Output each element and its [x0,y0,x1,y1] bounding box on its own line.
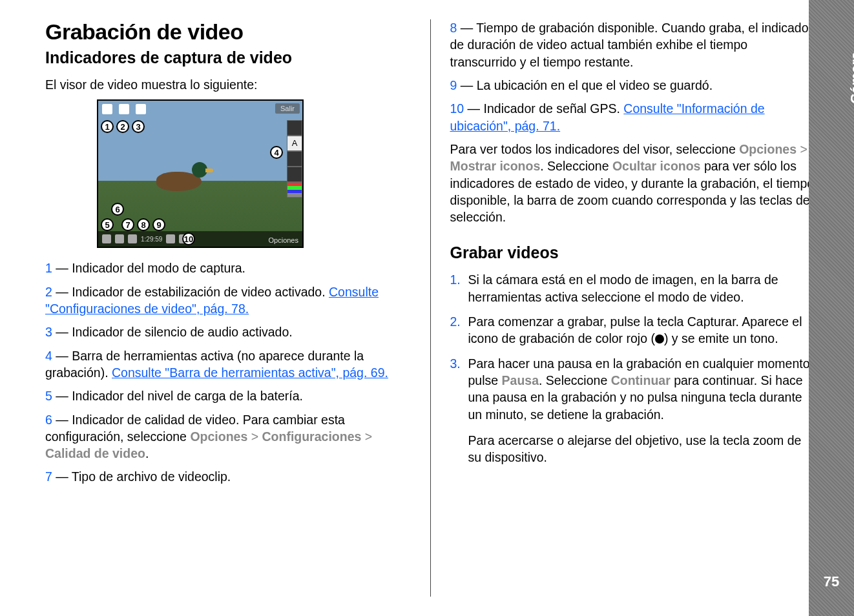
callout-4: 4 [270,146,283,159]
indicator-6: 6 — Indicador de calidad de video. Para … [45,411,411,462]
link-active-toolbar[interactable]: Consulte "Barra de herramientas activa",… [112,365,388,380]
toolbar-icon[interactable] [287,120,302,136]
toolbar-icon[interactable] [287,167,302,182]
left-column: Grabación de video Indicadores de captur… [32,19,431,597]
capture-mode-icon [102,104,112,114]
active-toolbar: A [287,120,302,198]
step-3: 3. Para hacer una pausa en la grabación … [450,355,816,466]
stabilization-icon [119,104,129,114]
record-steps: 1. Si la cámara está en el modo de image… [450,271,816,466]
callout-8: 8 [137,218,150,231]
viewfinder-figure: Salir A 1:29:59 Opciones 1 2 [97,99,304,248]
callout-7: 7 [121,218,134,231]
page-number: 75 [809,573,854,590]
indicator-5: 5 — Indicador del nivel de carga de la b… [45,387,411,404]
indicator-1: 1 — Indicador del modo de captura. [45,260,411,276]
toolbar-icon[interactable]: A [287,136,302,151]
record-icon [655,334,664,344]
filetype-icon [128,234,137,243]
callout-3: 3 [132,120,145,133]
section-label: Cámara [848,52,854,104]
indicator-3: 3 — Indicador de silencio de audio activ… [45,323,411,340]
toolbar-color-icon[interactable] [287,182,302,198]
options-button[interactable]: Opciones [269,236,298,244]
side-tab: Cámara 75 [809,0,854,616]
rec-time-text: 1:29:59 [141,236,162,243]
exit-button[interactable]: Salir [275,103,300,114]
indicator-9: 9 — La ubicación en el que el video se g… [450,77,816,94]
heading-record: Grabar videos [450,243,816,262]
callout-1: 1 [101,120,114,133]
indicator-4: 4 — Barra de herramientas activa (no apa… [45,347,411,382]
callout-2: 2 [116,120,129,133]
subject-duck-illustration [156,162,214,194]
zoom-note: Para acercarse o alejarse del objetivo, … [468,432,816,466]
callout-6: 6 [111,203,124,216]
heading-sub: Indicadores de captura de video [45,48,411,67]
indicator-2: 2 — Indicador de estabilización de video… [45,283,411,318]
indicator-10: 10 — Indicador de señal GPS. Consulte "I… [450,100,816,134]
step-1: 1. Si la cámara está en el modo de image… [450,271,816,305]
indicator-8: 8 — Tiempo de grabación disponible. Cuan… [450,19,816,70]
right-column: 8 — Tiempo de grabación disponible. Cuan… [431,19,829,597]
step-2: 2. Para comenzar a grabar, pulse la tecl… [450,313,816,347]
toolbar-icon[interactable] [287,151,302,167]
document-page: Grabación de video Indicadores de captur… [0,0,854,616]
viewfinder-topbar [98,101,302,118]
callout-9: 9 [152,218,165,231]
show-icons-paragraph: Para ver todos los indicadores del visor… [450,141,816,226]
heading-main: Grabación de video [45,19,411,45]
quality-icon [115,234,124,243]
audio-mute-icon [136,104,146,114]
callout-5: 5 [101,218,114,231]
intro-text: El visor de video muestra lo siguiente: [45,76,411,93]
indicator-7: 7 — Tipo de archivo de videoclip. [45,468,411,485]
storage-icon [166,234,175,243]
battery-icon [102,234,111,243]
